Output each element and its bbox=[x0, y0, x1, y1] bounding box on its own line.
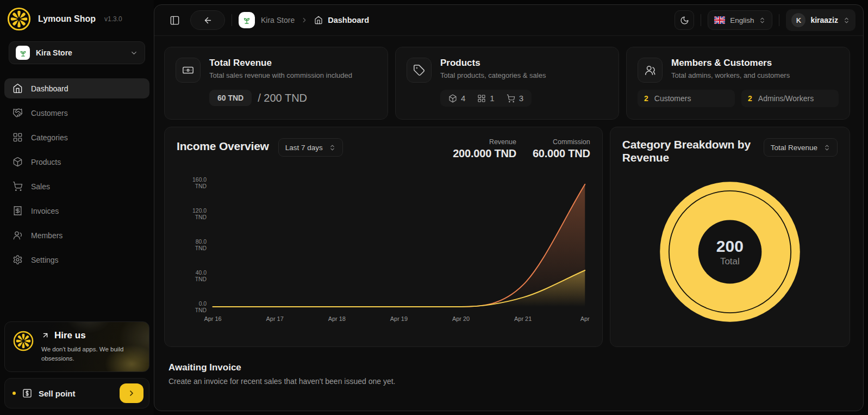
sidebar-item-invoices[interactable]: Invoices bbox=[4, 201, 149, 221]
lemon-logo-icon bbox=[7, 7, 32, 32]
user-round-icon bbox=[13, 230, 23, 240]
sidebar-item-label: Members bbox=[31, 231, 63, 240]
chevrons-up-down-icon bbox=[823, 144, 830, 151]
category-metric-selector[interactable]: Total Revenue bbox=[764, 138, 838, 157]
store-avatar bbox=[239, 12, 255, 28]
sidebar-item-label: Sales bbox=[31, 182, 50, 191]
shopping-cart-icon bbox=[13, 181, 23, 191]
sidebar-item-sales[interactable]: Sales bbox=[4, 176, 149, 196]
badge-label: Admins/Workers bbox=[758, 94, 814, 103]
svg-text:Apr 21: Apr 21 bbox=[514, 315, 532, 322]
arrow-left-icon bbox=[203, 16, 213, 25]
layout-grid-icon bbox=[477, 94, 486, 103]
tag-icon bbox=[407, 58, 432, 83]
breadcrumb-page[interactable]: Dashboard bbox=[314, 16, 369, 24]
hire-us-card[interactable]: Hire us We don't build apps. We build ob… bbox=[4, 321, 149, 373]
svg-text:40.0: 40.0 bbox=[196, 269, 207, 276]
sidebar-item-dashboard[interactable]: Dashboard bbox=[4, 78, 149, 98]
count-value: 3 bbox=[519, 94, 523, 103]
svg-text:TND: TND bbox=[195, 214, 207, 220]
store-avatar bbox=[16, 46, 30, 60]
sell-point-label: Sell point bbox=[39, 389, 114, 398]
language-selector[interactable]: English bbox=[708, 10, 772, 30]
sell-point-item[interactable]: Sell point bbox=[4, 378, 149, 408]
card-title: Total Revenue bbox=[209, 58, 352, 69]
package-icon bbox=[448, 94, 457, 103]
awaiting-invoice-title: Awaiting Invoice bbox=[168, 362, 850, 373]
card-subtitle: Total sales revenue with commission incl… bbox=[209, 71, 352, 79]
sidebar-item-categories[interactable]: Categories bbox=[4, 127, 149, 147]
header-actions: English K kiraaziz bbox=[675, 9, 855, 31]
sidebar-item-members[interactable]: Members bbox=[4, 225, 149, 245]
badge-label: Customers bbox=[654, 94, 691, 103]
revenue-label: Revenue bbox=[453, 138, 516, 146]
gear-icon bbox=[13, 255, 23, 265]
bullet-dot bbox=[13, 392, 16, 395]
members-customers-card: Members & Customers Total admins, worker… bbox=[626, 47, 850, 120]
breadcrumb-page-label: Dashboard bbox=[328, 16, 369, 24]
divider bbox=[701, 14, 701, 26]
commission-label: Commission bbox=[533, 138, 590, 146]
date-range-selector[interactable]: Last 7 days bbox=[278, 138, 343, 157]
sidebar: Lymoun Shop v1.3.0 Kira Store Dashboard … bbox=[0, 0, 154, 415]
category-breakdown-card: Category Breakdown by Revenue Total Reve… bbox=[610, 127, 850, 347]
sell-point-open-button[interactable] bbox=[120, 383, 143, 403]
card-title: Products bbox=[440, 58, 546, 69]
moon-icon bbox=[680, 16, 689, 25]
theme-toggle-button[interactable] bbox=[675, 10, 694, 30]
revenue-stat: Revenue 200.000 TND bbox=[453, 138, 516, 160]
user-menu[interactable]: K kiraaziz bbox=[786, 9, 855, 31]
sidebar-item-label: Invoices bbox=[31, 207, 59, 215]
sidebar-item-settings[interactable]: Settings bbox=[4, 250, 149, 270]
brand: Lymoun Shop v1.3.0 bbox=[0, 5, 154, 33]
products-card: Products Total products, categories & sa… bbox=[395, 47, 619, 120]
customers-badge: 2 Customers bbox=[638, 90, 735, 107]
hire-us-description: We don't build apps. We build obsessions… bbox=[41, 345, 127, 364]
chevron-right-icon bbox=[301, 16, 308, 24]
date-range-value: Last 7 days bbox=[285, 144, 323, 152]
chevrons-up-down-icon bbox=[759, 17, 766, 24]
chevrons-up-down-icon bbox=[329, 144, 336, 151]
svg-text:120.0: 120.0 bbox=[192, 207, 207, 214]
awaiting-invoice-subtitle: Create an invoice for recent sales that … bbox=[168, 377, 850, 386]
sales-count: 3 bbox=[507, 94, 523, 103]
sidebar-toggle-button[interactable] bbox=[165, 11, 184, 29]
handshake-icon bbox=[13, 108, 23, 118]
store-selector[interactable]: Kira Store bbox=[9, 41, 145, 64]
dollar-square-icon bbox=[22, 388, 33, 399]
banknote-icon bbox=[176, 58, 201, 83]
svg-text:TND: TND bbox=[195, 245, 207, 251]
count-value: 4 bbox=[461, 94, 465, 103]
income-chart: 0.0TND40.0TND80.0TND120.0TND160.0TNDApr … bbox=[177, 173, 590, 336]
lemon-logo-icon bbox=[13, 330, 34, 352]
layout-grid-icon bbox=[13, 132, 23, 143]
svg-text:TND: TND bbox=[195, 307, 207, 313]
total-revenue-card: Total Revenue Total sales revenue with c… bbox=[164, 47, 388, 120]
products-count: 4 bbox=[448, 94, 465, 103]
awaiting-invoice-section: Awaiting Invoice Create an invoice for r… bbox=[164, 362, 850, 386]
language-label: English bbox=[730, 16, 754, 24]
divider bbox=[232, 14, 232, 26]
breadcrumb-store[interactable]: Kira Store bbox=[261, 16, 295, 24]
donut-total-label: Total bbox=[720, 256, 740, 267]
card-subtitle: Total admins, workers, and customers bbox=[671, 71, 790, 79]
sidebar-item-customers[interactable]: Customers bbox=[4, 103, 149, 123]
sidebar-nav: Dashboard Customers Categories Products … bbox=[0, 78, 154, 270]
income-overview-title: Income Overview bbox=[177, 138, 269, 153]
panel-left-icon bbox=[170, 15, 180, 26]
sidebar-item-label: Dashboard bbox=[31, 84, 68, 93]
card-subtitle: Total products, categories & sales bbox=[440, 71, 546, 79]
home-icon bbox=[314, 16, 323, 24]
donut-center: 200 Total bbox=[654, 176, 805, 327]
revenue-value: 200.000 TND bbox=[453, 147, 516, 160]
svg-text:Apr 17: Apr 17 bbox=[266, 315, 284, 322]
svg-text:80.0: 80.0 bbox=[196, 238, 207, 245]
svg-text:Apr 20: Apr 20 bbox=[452, 315, 470, 322]
chevrons-up-down-icon bbox=[843, 17, 850, 24]
users-icon bbox=[638, 58, 663, 83]
receipt-icon bbox=[13, 206, 23, 216]
svg-text:TND: TND bbox=[195, 183, 207, 189]
back-button[interactable] bbox=[190, 10, 225, 30]
sidebar-item-products[interactable]: Products bbox=[4, 152, 149, 172]
breadcrumb: Kira Store Dashboard bbox=[239, 12, 369, 28]
